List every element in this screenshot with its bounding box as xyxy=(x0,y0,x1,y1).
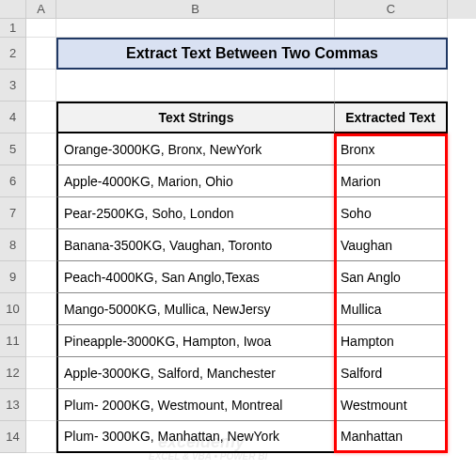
row-header-12[interactable]: 12 xyxy=(0,357,26,389)
cell-C8[interactable]: Vaughan xyxy=(335,229,448,261)
cell-C13[interactable]: Westmount xyxy=(335,389,448,421)
cell-C14[interactable]: Manhattan xyxy=(335,421,448,453)
cell-C7[interactable]: Soho xyxy=(335,197,448,229)
cell-B6[interactable]: Apple-4000KG, Marion, Ohio xyxy=(56,165,335,197)
col-header-A[interactable]: A xyxy=(26,0,56,19)
cell-B1[interactable] xyxy=(56,19,335,38)
cell-C12[interactable]: Salford xyxy=(335,357,448,389)
cell-A9[interactable] xyxy=(26,261,56,293)
row-header-10[interactable]: 10 xyxy=(0,293,26,325)
cell-A5[interactable] xyxy=(26,133,56,165)
cell-A7[interactable] xyxy=(26,197,56,229)
cell-B11[interactable]: Pineapple-3000KG, Hampton, Iwoa xyxy=(56,325,335,357)
row-header-5[interactable]: 5 xyxy=(0,133,26,165)
row-header-7[interactable]: 7 xyxy=(0,197,26,229)
cell-C6[interactable]: Marion xyxy=(335,165,448,197)
cell-A13[interactable] xyxy=(26,389,56,421)
row-header-14[interactable]: 14 xyxy=(0,421,26,453)
cell-C5[interactable]: Bronx xyxy=(335,133,448,165)
cell-A4[interactable] xyxy=(26,102,56,133)
select-all-corner[interactable] xyxy=(0,0,26,19)
cell-C1[interactable] xyxy=(335,19,448,38)
cell-B3[interactable] xyxy=(56,70,335,102)
cell-B12[interactable]: Apple-3000KG, Salford, Manchester xyxy=(56,357,335,389)
row-headers: 1 2 3 4 5 6 7 8 9 10 11 12 13 14 xyxy=(0,19,26,453)
row-header-2[interactable]: 2 xyxy=(0,38,26,70)
cell-C11[interactable]: Hampton xyxy=(335,325,448,357)
cell-A11[interactable] xyxy=(26,325,56,357)
cell-C9[interactable]: San Anglo xyxy=(335,261,448,293)
cell-B8[interactable]: Banana-3500KG, Vaughan, Toronto xyxy=(56,229,335,261)
cell-A14[interactable] xyxy=(26,421,56,453)
cell-B7[interactable]: Pear-2500KG, Soho, London xyxy=(56,197,335,229)
cell-B13[interactable]: Plum- 2000KG, Westmount, Montreal xyxy=(56,389,335,421)
header-extracted-text[interactable]: Extracted Text xyxy=(335,102,448,133)
cell-A8[interactable] xyxy=(26,229,56,261)
row-header-11[interactable]: 11 xyxy=(0,325,26,357)
cell-A3[interactable] xyxy=(26,70,56,102)
cell-B14[interactable]: Plum- 3000KG, Manhattan, NewYork xyxy=(56,421,335,453)
cell-C3[interactable] xyxy=(335,70,448,102)
row-header-1[interactable]: 1 xyxy=(0,19,26,38)
cell-A6[interactable] xyxy=(26,165,56,197)
header-text-strings[interactable]: Text Strings xyxy=(56,102,335,133)
column-headers: A B C xyxy=(0,0,476,19)
col-header-C[interactable]: C xyxy=(335,0,448,19)
row-header-8[interactable]: 8 xyxy=(0,229,26,261)
title-cell[interactable]: Extract Text Between Two Commas xyxy=(56,38,448,70)
col-header-B[interactable]: B xyxy=(56,0,335,19)
row-header-9[interactable]: 9 xyxy=(0,261,26,293)
row-header-4[interactable]: 4 xyxy=(0,102,26,133)
cell-grid: Extract Text Between Two Commas Text Str… xyxy=(26,19,448,453)
row-header-6[interactable]: 6 xyxy=(0,165,26,197)
cell-B5[interactable]: Orange-3000KG, Bronx, NewYork xyxy=(56,133,335,165)
row-header-13[interactable]: 13 xyxy=(0,389,26,421)
cell-B10[interactable]: Mango-5000KG, Mullica, NewJersy xyxy=(56,293,335,325)
cell-A1[interactable] xyxy=(26,19,56,38)
spreadsheet: A B C 1 2 3 4 5 6 7 8 9 10 11 12 13 14 xyxy=(0,0,476,470)
cell-A2[interactable] xyxy=(26,38,56,70)
row-header-3[interactable]: 3 xyxy=(0,70,26,102)
cell-B9[interactable]: Peach-4000KG, San Anglo,Texas xyxy=(56,261,335,293)
cell-C10[interactable]: Mullica xyxy=(335,293,448,325)
cell-A10[interactable] xyxy=(26,293,56,325)
cell-A12[interactable] xyxy=(26,357,56,389)
